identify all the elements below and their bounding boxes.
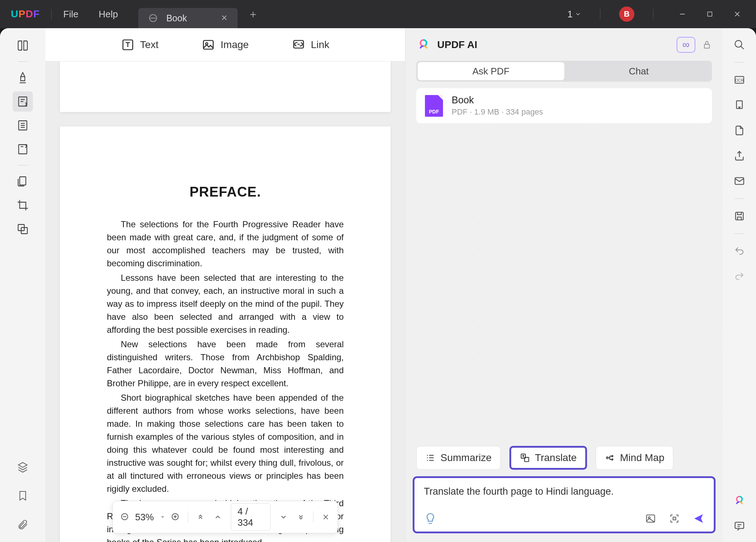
- tab-close-icon[interactable]: ✕: [221, 13, 227, 23]
- last-page-button[interactable]: [294, 509, 308, 525]
- svg-point-17: [607, 457, 608, 459]
- send-button[interactable]: [693, 513, 704, 524]
- chat-tab[interactable]: Chat: [566, 61, 712, 82]
- image-icon: [202, 38, 215, 51]
- layers-tool[interactable]: [13, 457, 33, 477]
- document-card[interactable]: PDF Book PDF · 1.9 MB · 334 pages: [416, 88, 712, 123]
- page-total: 334: [238, 517, 253, 528]
- translate-label: Translate: [535, 452, 577, 464]
- undo-tool[interactable]: [731, 242, 748, 260]
- doc-count-dropdown[interactable]: 1: [568, 9, 581, 20]
- summarize-label: Summarize: [440, 452, 492, 464]
- ai-action-chips: Summarize Translate Mind Map: [405, 446, 723, 470]
- email-tool[interactable]: [731, 172, 748, 190]
- app-logo: UPDF: [11, 8, 40, 20]
- lightbulb-icon[interactable]: [424, 512, 437, 525]
- list-icon: [425, 453, 435, 463]
- link-icon: [292, 38, 305, 51]
- save-tool[interactable]: [731, 207, 748, 225]
- ocr-tool[interactable]: OCR: [731, 71, 748, 89]
- first-page-button[interactable]: [193, 509, 208, 525]
- ai-chat-body: [405, 123, 723, 446]
- screenshot-icon[interactable]: [669, 513, 680, 524]
- edit-toolbar: Text Image Link: [45, 28, 405, 61]
- infinity-badge[interactable]: ∞: [677, 37, 695, 53]
- document-viewport[interactable]: PREFACE. The selections for the Fourth P…: [45, 61, 405, 542]
- ai-panel: UPDF AI ∞ Ask PDF Chat PDF Book PDF · 1.…: [405, 28, 723, 542]
- form-tool[interactable]: [13, 139, 33, 159]
- search-tool[interactable]: [731, 36, 748, 53]
- organize-tool[interactable]: [13, 171, 33, 192]
- mindmap-chip[interactable]: Mind Map: [596, 446, 673, 470]
- zoom-value: 53%: [135, 512, 154, 523]
- crop-tool[interactable]: [13, 195, 33, 215]
- compare-tool[interactable]: [13, 219, 33, 239]
- svg-rect-5: [20, 177, 26, 185]
- maximize-button[interactable]: [700, 5, 720, 23]
- close-controls-button[interactable]: [318, 509, 333, 525]
- menu-help[interactable]: Help: [99, 9, 118, 20]
- menu-file[interactable]: File: [63, 9, 78, 20]
- zoom-display[interactable]: 53%: [135, 512, 165, 523]
- svg-point-18: [612, 456, 613, 457]
- pages-tool[interactable]: [13, 115, 33, 136]
- ask-pdf-tab[interactable]: Ask PDF: [418, 62, 564, 80]
- page-indicator[interactable]: 4 / 334: [231, 503, 270, 531]
- translate-chip[interactable]: Translate: [509, 446, 587, 470]
- ai-input-text[interactable]: Translate the fourth page to Hindi langu…: [424, 486, 704, 500]
- convert-tool[interactable]: [731, 96, 748, 114]
- text-tool-label: Text: [140, 39, 158, 51]
- next-page-button[interactable]: [276, 509, 291, 525]
- chevron-down-icon: [575, 11, 581, 17]
- svg-point-23: [735, 40, 742, 47]
- link-edit-tool[interactable]: Link: [292, 38, 329, 51]
- left-toolbar: [0, 28, 45, 542]
- document-tab[interactable]: Book ✕: [138, 8, 238, 28]
- svg-rect-28: [735, 212, 743, 220]
- page-heading: PREFACE.: [107, 184, 344, 200]
- ai-tabs: Ask PDF Chat: [416, 61, 712, 82]
- svg-rect-1: [708, 12, 712, 16]
- edit-tool[interactable]: [13, 91, 33, 112]
- page-current: 4: [238, 506, 243, 517]
- previous-page-slice: [60, 61, 391, 112]
- page-paragraph: New selections have been made from sever…: [107, 338, 344, 390]
- close-button[interactable]: [727, 5, 747, 23]
- page-paragraph: The selections for the Fourth Progressiv…: [107, 218, 344, 270]
- mindmap-label: Mind Map: [620, 452, 664, 464]
- svg-rect-29: [735, 522, 744, 528]
- doc-count-value: 1: [568, 9, 573, 20]
- image-attach-icon[interactable]: [645, 513, 656, 524]
- lock-icon[interactable]: [702, 40, 712, 50]
- new-tab-button[interactable]: ＋: [248, 7, 258, 22]
- comment-tool[interactable]: [731, 517, 748, 535]
- image-edit-tool[interactable]: Image: [202, 38, 249, 51]
- minimize-button[interactable]: [672, 5, 692, 23]
- zoom-in-button[interactable]: [168, 509, 183, 525]
- document-page: PREFACE. The selections for the Fourth P…: [60, 126, 391, 542]
- svg-point-19: [612, 459, 613, 460]
- image-tool-label: Image: [221, 39, 249, 51]
- bookmark-tool[interactable]: [13, 486, 33, 506]
- link-tool-label: Link: [311, 39, 329, 51]
- summarize-chip[interactable]: Summarize: [416, 446, 501, 470]
- svg-rect-9: [204, 40, 213, 49]
- compress-tool[interactable]: [731, 122, 748, 139]
- ai-launcher[interactable]: [731, 492, 748, 509]
- tab-doc-icon: [148, 13, 158, 23]
- user-avatar[interactable]: B: [619, 7, 634, 22]
- attachment-tool[interactable]: [13, 515, 33, 535]
- translate-icon: [520, 453, 530, 463]
- share-tool[interactable]: [731, 147, 748, 164]
- doc-meta: PDF · 1.9 MB · 334 pages: [452, 107, 543, 117]
- ai-input-box[interactable]: Translate the fourth page to Hindi langu…: [413, 476, 716, 533]
- right-toolbar: OCR: [723, 28, 756, 542]
- highlight-tool[interactable]: [13, 68, 33, 88]
- page-paragraph: Short biographical sketches have been ap…: [107, 391, 344, 495]
- text-edit-tool[interactable]: Text: [121, 38, 158, 51]
- reader-tool[interactable]: [13, 35, 33, 56]
- redo-tool[interactable]: [731, 268, 748, 285]
- prev-page-button[interactable]: [210, 509, 225, 525]
- zoom-out-button[interactable]: [118, 509, 132, 525]
- pdf-thumb-icon: PDF: [425, 95, 443, 117]
